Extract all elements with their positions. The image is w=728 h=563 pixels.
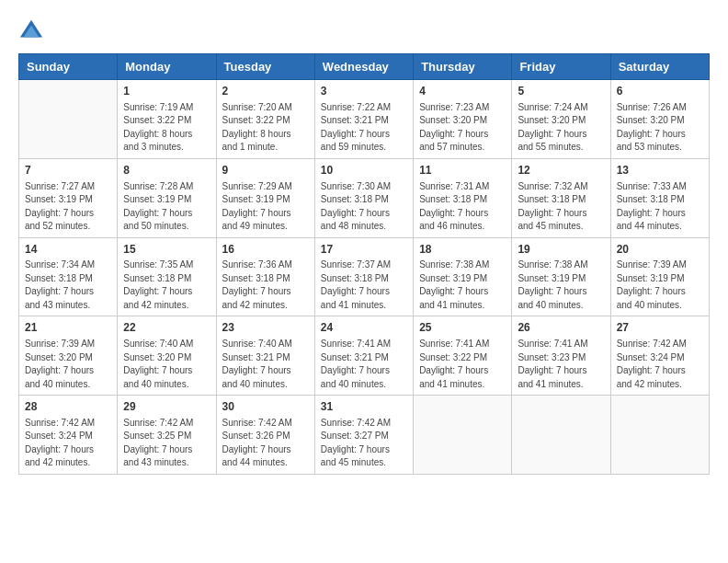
day-info: Sunrise: 7:31 AM Sunset: 3:18 PM Dayligh… — [419, 180, 506, 234]
calendar-cell: 19Sunrise: 7:38 AM Sunset: 3:19 PM Dayli… — [512, 237, 610, 316]
calendar-week-row: 7Sunrise: 7:27 AM Sunset: 3:19 PM Daylig… — [19, 158, 710, 237]
calendar-cell — [610, 396, 709, 475]
day-info: Sunrise: 7:40 AM Sunset: 3:20 PM Dayligh… — [123, 338, 210, 391]
calendar-cell: 12Sunrise: 7:32 AM Sunset: 3:18 PM Dayli… — [512, 158, 610, 237]
page-header — [18, 18, 710, 44]
calendar-cell: 14Sunrise: 7:34 AM Sunset: 3:18 PM Dayli… — [19, 237, 118, 316]
calendar-cell: 20Sunrise: 7:39 AM Sunset: 3:19 PM Dayli… — [610, 237, 709, 316]
day-info: Sunrise: 7:41 AM Sunset: 3:22 PM Dayligh… — [419, 338, 506, 391]
calendar-cell: 5Sunrise: 7:24 AM Sunset: 3:20 PM Daylig… — [512, 80, 610, 159]
logo-icon — [18, 18, 44, 44]
day-number: 20 — [617, 242, 703, 258]
day-info: Sunrise: 7:41 AM Sunset: 3:21 PM Dayligh… — [321, 338, 407, 391]
day-info: Sunrise: 7:42 AM Sunset: 3:24 PM Dayligh… — [617, 338, 703, 391]
calendar-cell: 18Sunrise: 7:38 AM Sunset: 3:19 PM Dayli… — [414, 237, 512, 316]
day-info: Sunrise: 7:29 AM Sunset: 3:19 PM Dayligh… — [222, 180, 309, 234]
day-number: 21 — [25, 320, 111, 336]
calendar-cell: 10Sunrise: 7:30 AM Sunset: 3:18 PM Dayli… — [314, 158, 413, 237]
day-number: 4 — [419, 84, 506, 99]
calendar-cell: 31Sunrise: 7:42 AM Sunset: 3:27 PM Dayli… — [314, 396, 413, 475]
calendar-header-tuesday: Tuesday — [216, 54, 314, 80]
calendar-cell — [414, 396, 512, 475]
day-info: Sunrise: 7:39 AM Sunset: 3:19 PM Dayligh… — [617, 259, 703, 312]
day-number: 28 — [25, 399, 111, 415]
calendar-cell: 16Sunrise: 7:36 AM Sunset: 3:18 PM Dayli… — [216, 237, 314, 316]
day-number: 10 — [321, 163, 407, 178]
calendar-cell: 3Sunrise: 7:22 AM Sunset: 3:21 PM Daylig… — [314, 80, 413, 159]
calendar-cell: 2Sunrise: 7:20 AM Sunset: 3:22 PM Daylig… — [216, 80, 314, 159]
day-number: 23 — [222, 320, 309, 336]
day-number: 11 — [419, 163, 506, 178]
day-number: 8 — [123, 163, 210, 178]
day-info: Sunrise: 7:36 AM Sunset: 3:18 PM Dayligh… — [222, 259, 309, 312]
calendar-week-row: 14Sunrise: 7:34 AM Sunset: 3:18 PM Dayli… — [19, 237, 710, 316]
day-info: Sunrise: 7:24 AM Sunset: 3:20 PM Dayligh… — [518, 101, 604, 155]
day-number: 6 — [617, 84, 703, 99]
day-number: 15 — [123, 242, 210, 258]
day-info: Sunrise: 7:33 AM Sunset: 3:18 PM Dayligh… — [617, 180, 703, 234]
calendar-cell: 26Sunrise: 7:41 AM Sunset: 3:23 PM Dayli… — [512, 316, 610, 396]
calendar-cell: 29Sunrise: 7:42 AM Sunset: 3:25 PM Dayli… — [118, 396, 216, 475]
calendar-cell: 21Sunrise: 7:39 AM Sunset: 3:20 PM Dayli… — [19, 316, 118, 396]
calendar-header-sunday: Sunday — [19, 54, 118, 80]
day-info: Sunrise: 7:34 AM Sunset: 3:18 PM Dayligh… — [25, 259, 111, 312]
calendar-cell — [512, 396, 610, 475]
calendar-cell — [19, 80, 118, 159]
day-number: 22 — [123, 320, 210, 336]
day-number: 12 — [518, 163, 604, 178]
day-number: 25 — [419, 320, 506, 336]
calendar-cell: 7Sunrise: 7:27 AM Sunset: 3:19 PM Daylig… — [19, 158, 118, 237]
calendar-cell: 24Sunrise: 7:41 AM Sunset: 3:21 PM Dayli… — [314, 316, 413, 396]
day-info: Sunrise: 7:42 AM Sunset: 3:27 PM Dayligh… — [321, 417, 407, 470]
day-info: Sunrise: 7:28 AM Sunset: 3:19 PM Dayligh… — [123, 180, 210, 234]
calendar-cell: 8Sunrise: 7:28 AM Sunset: 3:19 PM Daylig… — [118, 158, 216, 237]
day-info: Sunrise: 7:35 AM Sunset: 3:18 PM Dayligh… — [123, 259, 210, 312]
calendar-cell: 9Sunrise: 7:29 AM Sunset: 3:19 PM Daylig… — [216, 158, 314, 237]
calendar-header-thursday: Thursday — [414, 54, 512, 80]
calendar-header-row: SundayMondayTuesdayWednesdayThursdayFrid… — [19, 54, 710, 80]
day-number: 13 — [617, 163, 703, 178]
day-info: Sunrise: 7:37 AM Sunset: 3:18 PM Dayligh… — [321, 259, 407, 312]
day-number: 1 — [123, 84, 210, 99]
calendar-cell: 17Sunrise: 7:37 AM Sunset: 3:18 PM Dayli… — [314, 237, 413, 316]
calendar-cell: 27Sunrise: 7:42 AM Sunset: 3:24 PM Dayli… — [610, 316, 709, 396]
day-number: 24 — [321, 320, 407, 336]
day-info: Sunrise: 7:22 AM Sunset: 3:21 PM Dayligh… — [321, 101, 407, 155]
calendar-cell: 4Sunrise: 7:23 AM Sunset: 3:20 PM Daylig… — [414, 80, 512, 159]
calendar-week-row: 1Sunrise: 7:19 AM Sunset: 3:22 PM Daylig… — [19, 80, 710, 159]
day-info: Sunrise: 7:40 AM Sunset: 3:21 PM Dayligh… — [222, 338, 309, 391]
day-info: Sunrise: 7:20 AM Sunset: 3:22 PM Dayligh… — [222, 101, 309, 155]
calendar-cell: 6Sunrise: 7:26 AM Sunset: 3:20 PM Daylig… — [610, 80, 709, 159]
day-number: 27 — [617, 320, 703, 336]
calendar-cell: 11Sunrise: 7:31 AM Sunset: 3:18 PM Dayli… — [414, 158, 512, 237]
day-number: 2 — [222, 84, 309, 99]
day-number: 29 — [123, 399, 210, 415]
calendar-week-row: 21Sunrise: 7:39 AM Sunset: 3:20 PM Dayli… — [19, 316, 710, 396]
day-number: 26 — [518, 320, 604, 336]
calendar-header-friday: Friday — [512, 54, 610, 80]
day-info: Sunrise: 7:39 AM Sunset: 3:20 PM Dayligh… — [25, 338, 111, 391]
day-info: Sunrise: 7:30 AM Sunset: 3:18 PM Dayligh… — [321, 180, 407, 234]
day-number: 9 — [222, 163, 309, 178]
calendar-cell: 25Sunrise: 7:41 AM Sunset: 3:22 PM Dayli… — [414, 316, 512, 396]
day-info: Sunrise: 7:42 AM Sunset: 3:25 PM Dayligh… — [123, 417, 210, 470]
day-number: 7 — [25, 163, 111, 178]
day-info: Sunrise: 7:32 AM Sunset: 3:18 PM Dayligh… — [518, 180, 604, 234]
calendar-header-wednesday: Wednesday — [314, 54, 413, 80]
day-number: 16 — [222, 242, 309, 258]
day-info: Sunrise: 7:19 AM Sunset: 3:22 PM Dayligh… — [123, 101, 210, 155]
calendar-cell: 22Sunrise: 7:40 AM Sunset: 3:20 PM Dayli… — [118, 316, 216, 396]
calendar-cell: 1Sunrise: 7:19 AM Sunset: 3:22 PM Daylig… — [118, 80, 216, 159]
day-number: 5 — [518, 84, 604, 99]
calendar-week-row: 28Sunrise: 7:42 AM Sunset: 3:24 PM Dayli… — [19, 396, 710, 475]
day-number: 17 — [321, 242, 407, 258]
day-number: 30 — [222, 399, 309, 415]
day-number: 3 — [321, 84, 407, 99]
calendar-cell: 30Sunrise: 7:42 AM Sunset: 3:26 PM Dayli… — [216, 396, 314, 475]
day-info: Sunrise: 7:42 AM Sunset: 3:26 PM Dayligh… — [222, 417, 309, 470]
calendar-table: SundayMondayTuesdayWednesdayThursdayFrid… — [18, 53, 710, 475]
calendar-header-saturday: Saturday — [610, 54, 709, 80]
calendar-cell: 28Sunrise: 7:42 AM Sunset: 3:24 PM Dayli… — [19, 396, 118, 475]
calendar-cell: 13Sunrise: 7:33 AM Sunset: 3:18 PM Dayli… — [610, 158, 709, 237]
day-number: 14 — [25, 242, 111, 258]
